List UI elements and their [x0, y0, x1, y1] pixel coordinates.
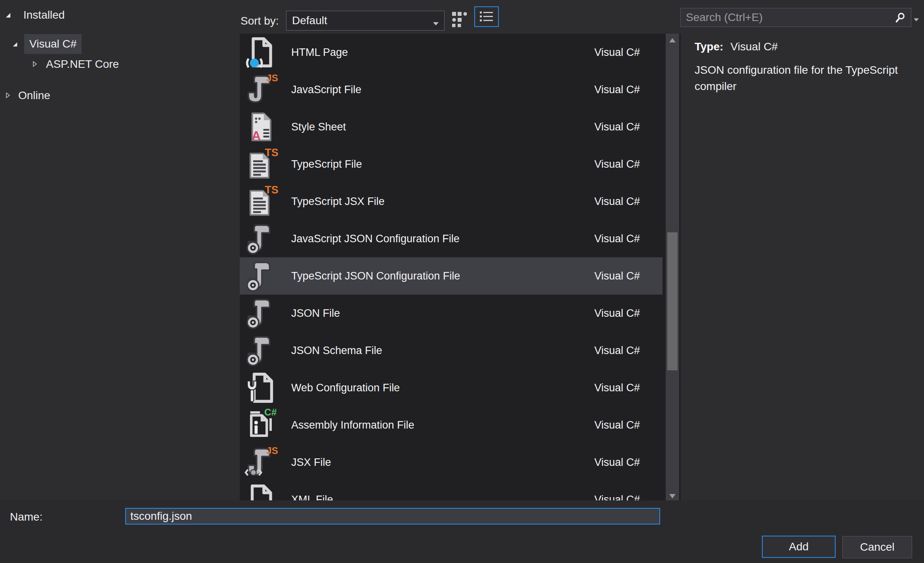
template-row-assembly-information-file[interactable]: Assembly Information File Visual C#: [240, 406, 662, 444]
template-language: Visual C#: [594, 195, 662, 208]
json-gear-icon: [244, 221, 279, 256]
template-language: Visual C#: [594, 419, 662, 431]
sort-by-label: Sort by:: [241, 15, 279, 27]
name-label: Name:: [10, 511, 42, 523]
template-language: Visual C#: [594, 84, 662, 96]
scroll-up-icon[interactable]: [669, 37, 676, 41]
template-label: TypeScript JSX File: [291, 195, 385, 208]
template-description: JSON configuration file for the TypeScri…: [695, 62, 924, 94]
add-new-item-dialog: Installed Visual C# ASP.NET Core Online …: [0, 0, 924, 563]
template-label: Web Configuration File: [291, 382, 400, 394]
name-input[interactable]: [125, 508, 660, 525]
template-row-typescript-jsx-file[interactable]: TypeScript JSX File Visual C#: [240, 183, 662, 220]
list-view-icon: [479, 11, 494, 23]
template-row-html-page[interactable]: HTML Page Visual C#: [240, 34, 662, 71]
search-input[interactable]: [681, 8, 911, 27]
template-label: Assembly Information File: [291, 419, 414, 431]
style-sheet-icon: [244, 109, 279, 144]
template-label: XML File: [291, 494, 333, 501]
web-config-icon: [244, 370, 279, 405]
sidebar-item-aspnet-core[interactable]: ASP.NET Core: [46, 58, 119, 71]
template-language: Visual C#: [594, 382, 662, 394]
collapsed-triangle-icon[interactable]: [32, 61, 38, 67]
typescript-file-icon: [244, 147, 279, 182]
template-label: Style Sheet: [291, 121, 346, 133]
expanded-triangle-icon[interactable]: [5, 12, 11, 19]
template-language: Visual C#: [594, 345, 662, 357]
sidebar-item-online[interactable]: Online: [18, 89, 50, 102]
template-row-typescript-json-config[interactable]: TypeScript JSON Configuration File Visua…: [240, 257, 662, 295]
search-icon[interactable]: [894, 12, 906, 25]
scrollbar-thumb[interactable]: [667, 232, 678, 370]
typescript-file-icon: [244, 184, 279, 219]
template-language: Visual C#: [594, 270, 662, 282]
cancel-button[interactable]: Cancel: [842, 536, 912, 558]
template-row-jsx-file[interactable]: JSX File Visual C#: [240, 444, 662, 481]
jsx-file-icon: [244, 445, 279, 480]
template-row-xml-file[interactable]: XML File Visual C#: [240, 481, 662, 500]
list-scrollbar[interactable]: [666, 34, 679, 500]
template-label: TypeScript JSON Configuration File: [291, 270, 460, 282]
template-label: JavaScript File: [291, 84, 361, 96]
search-options-chevron-down-icon[interactable]: [914, 16, 919, 23]
template-label: JSON File: [291, 307, 340, 320]
xml-file-icon: [244, 482, 279, 500]
template-language: Visual C#: [594, 121, 662, 133]
search-box: [680, 8, 911, 27]
add-button-label: Add: [789, 540, 809, 553]
template-language: Visual C#: [594, 46, 662, 59]
template-language: Visual C#: [594, 494, 662, 501]
sort-by-dropdown[interactable]: Default: [286, 11, 445, 31]
template-label: JSON Schema File: [291, 345, 382, 357]
javascript-file-icon: [244, 72, 279, 107]
chevron-down-icon: [433, 20, 439, 27]
small-icons-view-button[interactable]: [452, 10, 470, 29]
sidebar-item-installed[interactable]: Installed: [23, 9, 65, 21]
scroll-down-icon[interactable]: [669, 493, 676, 497]
assembly-info-icon: [244, 408, 279, 442]
sort-by-value: Default: [292, 11, 327, 30]
template-row-json-schema-file[interactable]: JSON Schema File Visual C#: [240, 332, 662, 369]
small-icons-grid-icon: [452, 10, 470, 29]
add-button[interactable]: Add: [762, 536, 836, 558]
json-gear-icon: [244, 259, 279, 293]
type-row: Type:Visual C#: [695, 40, 778, 53]
type-label: Type:: [695, 40, 724, 53]
template-language: Visual C#: [594, 158, 662, 170]
list-view-button[interactable]: [474, 6, 499, 27]
template-label: HTML Page: [291, 46, 348, 59]
template-row-json-file[interactable]: JSON File Visual C#: [240, 295, 662, 332]
cancel-button-label: Cancel: [860, 541, 894, 553]
template-row-javascript-json-config[interactable]: JavaScript JSON Configuration File Visua…: [240, 220, 662, 257]
template-label: TypeScript File: [291, 158, 362, 170]
json-gear-icon: [244, 296, 279, 331]
expanded-triangle-icon[interactable]: [12, 41, 18, 48]
template-language: Visual C#: [594, 307, 662, 320]
template-language: Visual C#: [594, 456, 662, 469]
template-row-typescript-file[interactable]: TypeScript File Visual C#: [240, 146, 662, 183]
template-list: HTML Page Visual C# JavaScript File Visu…: [240, 34, 681, 500]
template-row-javascript-file[interactable]: JavaScript File Visual C#: [240, 71, 662, 108]
type-value: Visual C#: [731, 40, 778, 53]
template-label: JavaScript JSON Configuration File: [291, 233, 460, 245]
template-row-web-configuration-file[interactable]: Web Configuration File Visual C#: [240, 369, 662, 406]
template-label: JSX File: [291, 456, 331, 469]
template-language: Visual C#: [594, 233, 662, 245]
sidebar-item-visual-csharp[interactable]: Visual C#: [24, 34, 82, 54]
json-gear-icon: [244, 333, 279, 368]
collapsed-triangle-icon[interactable]: [5, 92, 11, 99]
html-page-icon: [244, 35, 279, 70]
template-row-style-sheet[interactable]: Style Sheet Visual C#: [240, 108, 662, 146]
